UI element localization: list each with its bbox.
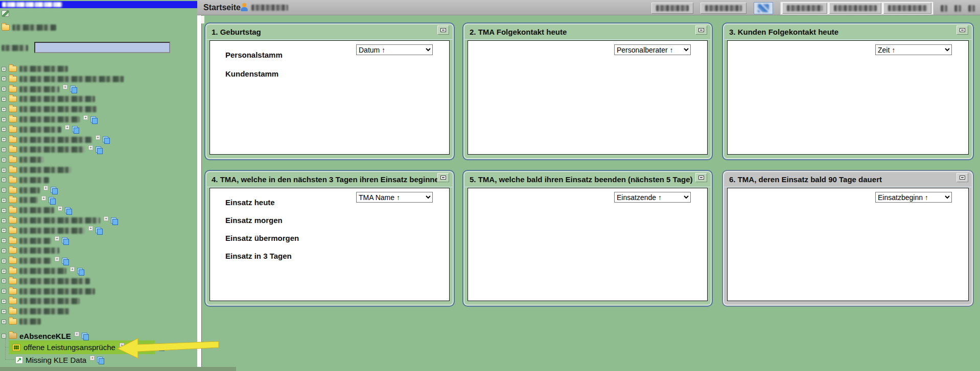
- expand-badge-icon[interactable]: +: [55, 236, 59, 241]
- tree-item-redacted[interactable]: ++: [2, 126, 79, 134]
- expand-icon[interactable]: +: [2, 147, 6, 152]
- documents-icon[interactable]: [51, 187, 57, 193]
- documents-icon[interactable]: [90, 116, 97, 123]
- tree-item-redacted[interactable]: +: [2, 166, 72, 174]
- link-einsatz-heute[interactable]: Einsatz heute: [225, 198, 299, 207]
- maximize-button[interactable]: [956, 26, 968, 35]
- tree-item-redacted[interactable]: +: [2, 65, 68, 73]
- tree-item-redacted[interactable]: +: [2, 246, 59, 255]
- tree-item-redacted[interactable]: ++: [2, 257, 68, 265]
- documents-icon[interactable]: [103, 136, 109, 143]
- tree-item-redacted[interactable]: ++: [2, 186, 57, 194]
- expand-badge-icon[interactable]: +: [63, 85, 67, 89]
- tree-item-redacted[interactable]: +: [2, 156, 44, 164]
- sort-select[interactable]: Einsatzende ↑: [614, 192, 691, 203]
- documents-icon[interactable]: [65, 207, 72, 214]
- link-einsatz-morgen[interactable]: Einsatz morgen: [225, 216, 299, 225]
- expand-icon[interactable]: +: [2, 178, 6, 182]
- expand-badge-icon[interactable]: +: [104, 216, 108, 221]
- link-einsatz-in-3-tagen[interactable]: Einsatz in 3 Tagen: [225, 252, 299, 261]
- bottom-scrollbar-strip[interactable]: [0, 367, 236, 371]
- maximize-button[interactable]: [956, 173, 968, 182]
- documents-icon[interactable]: [62, 237, 68, 244]
- tree-item-redacted[interactable]: ++: [2, 115, 97, 123]
- expand-icon[interactable]: +: [2, 127, 6, 132]
- maximize-button[interactable]: [695, 26, 707, 35]
- tree-item-eabsencekle[interactable]: − eAbsenceKLE +: [2, 332, 88, 340]
- expand-icon[interactable]: +: [2, 289, 6, 293]
- documents-icon[interactable]: [96, 146, 102, 153]
- documents-icon[interactable]: [49, 197, 55, 204]
- expand-icon[interactable]: +: [2, 97, 6, 102]
- tree-item-redacted[interactable]: +: [2, 95, 95, 103]
- tree-item-redacted[interactable]: +: [2, 317, 41, 326]
- tree-item-redacted[interactable]: ++: [2, 237, 68, 245]
- tree-item-redacted[interactable]: +: [2, 307, 69, 315]
- expand-icon[interactable]: +: [2, 188, 6, 192]
- sort-select[interactable]: Personalberater ↑: [614, 44, 691, 55]
- sort-select[interactable]: Einsatzbeginn ↑: [875, 192, 952, 203]
- expand-icon[interactable]: +: [2, 259, 6, 263]
- expand-icon[interactable]: +: [2, 228, 6, 233]
- tree-item-redacted[interactable]: +: [2, 297, 80, 305]
- documents-icon[interactable]: [97, 357, 104, 363]
- documents-icon[interactable]: [62, 258, 68, 264]
- toolbar-icon-button[interactable]: [754, 2, 773, 14]
- tree-item-redacted[interactable]: ++: [2, 136, 109, 144]
- toolbar-button-redacted[interactable]: [651, 3, 693, 14]
- link-personalstamm[interactable]: Personalstamm: [225, 51, 283, 60]
- sort-select[interactable]: Datum ↑: [356, 44, 433, 55]
- link-kundenstamm[interactable]: Kundenstamm: [225, 69, 283, 79]
- maximize-button[interactable]: [437, 173, 449, 182]
- expand-badge-icon[interactable]: +: [88, 226, 93, 231]
- expand-badge-icon[interactable]: +: [55, 257, 59, 261]
- expand-badge-icon[interactable]: +: [58, 206, 62, 211]
- tree-item-redacted[interactable]: +: [2, 287, 95, 295]
- expand-badge-icon[interactable]: +: [88, 145, 93, 150]
- expand-icon[interactable]: +: [2, 249, 6, 253]
- expand-icon[interactable]: +: [2, 309, 6, 314]
- documents-icon[interactable]: [72, 126, 79, 133]
- expand-icon[interactable]: +: [2, 87, 6, 91]
- sort-select[interactable]: Zeit ↑: [875, 44, 952, 55]
- maximize-button[interactable]: [437, 26, 449, 35]
- expand-badge-icon[interactable]: +: [83, 115, 88, 120]
- toolbar-mini-icon[interactable]: [968, 5, 975, 12]
- collapse-icon[interactable]: −: [2, 334, 6, 338]
- toolbar-button-redacted[interactable]: [782, 3, 827, 14]
- tree-item-redacted[interactable]: +: [2, 105, 97, 113]
- toolbar-button-redacted[interactable]: [883, 3, 931, 14]
- sidebar-main-divider[interactable]: [197, 15, 201, 371]
- tree-item-redacted[interactable]: ++: [2, 145, 102, 154]
- tree-item-missing-kle-data[interactable]: ↗ Missing KLE Data +: [15, 356, 104, 364]
- sort-select[interactable]: TMA Name ↑: [356, 192, 433, 203]
- toolbar-mini-icon[interactable]: [954, 5, 961, 12]
- maximize-button[interactable]: [695, 173, 707, 182]
- expand-icon[interactable]: +: [2, 77, 6, 81]
- tree-item-redacted[interactable]: +: [2, 277, 90, 285]
- expand-badge-icon[interactable]: +: [90, 356, 95, 360]
- toolbar-button-redacted[interactable]: [701, 3, 746, 14]
- tree-item-redacted[interactable]: ++: [2, 85, 77, 93]
- expand-badge-icon[interactable]: +: [43, 186, 48, 190]
- expand-icon[interactable]: +: [2, 208, 6, 213]
- expand-icon[interactable]: +: [2, 158, 6, 162]
- expand-icon[interactable]: +: [2, 319, 6, 324]
- expand-badge-icon[interactable]: +: [65, 125, 69, 130]
- tree-item-redacted[interactable]: ++: [2, 267, 84, 275]
- tree-item-redacted[interactable]: +: [2, 75, 124, 83]
- expand-icon[interactable]: +: [2, 198, 6, 203]
- tree-item-redacted[interactable]: ++: [2, 196, 55, 204]
- tree-item-redacted[interactable]: ++: [2, 206, 72, 214]
- tree-item-redacted[interactable]: +: [2, 176, 49, 184]
- expand-icon[interactable]: +: [2, 107, 6, 112]
- expand-icon[interactable]: +: [2, 238, 6, 243]
- expand-icon[interactable]: +: [2, 299, 6, 304]
- expand-badge-icon[interactable]: +: [70, 267, 75, 271]
- toolbar-button-redacted[interactable]: [829, 3, 881, 14]
- expand-badge-icon[interactable]: +: [75, 332, 79, 336]
- toolbar-mini-icon[interactable]: [941, 5, 947, 12]
- expand-icon[interactable]: +: [2, 168, 6, 172]
- documents-icon[interactable]: [77, 268, 84, 275]
- expand-icon[interactable]: +: [2, 117, 6, 122]
